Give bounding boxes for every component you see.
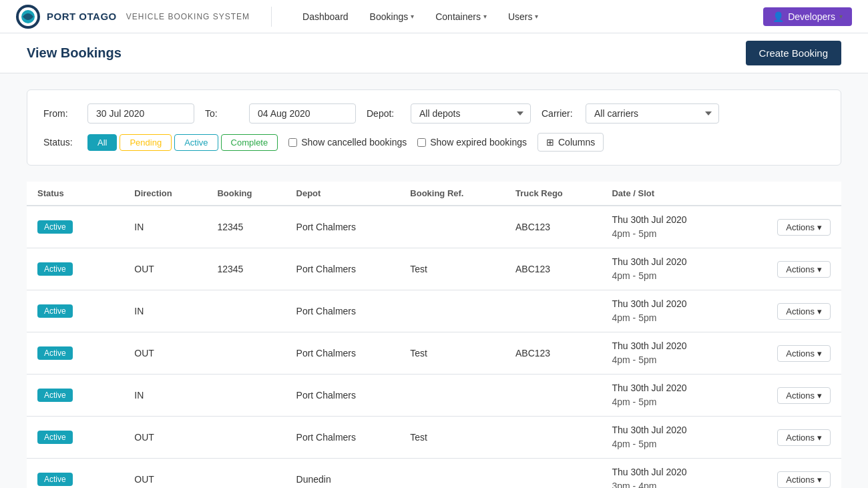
nav-developers[interactable]: 👤 Developers ▾ xyxy=(763,7,852,26)
status-pending-button[interactable]: Pending xyxy=(120,134,172,151)
show-expired-checkbox-label[interactable]: Show expired bookings xyxy=(417,137,527,148)
depot-label: Depot: xyxy=(367,108,400,119)
table-header-row: Status Direction Booking Depot Booking R… xyxy=(27,182,841,206)
table-row: Active OUT Dunedin Thu 30th Jul 2020 3pm… xyxy=(27,459,841,489)
status-group: All Pending Active Complete xyxy=(87,134,278,151)
cell-direction: OUT xyxy=(124,459,206,489)
col-actions xyxy=(736,182,841,206)
cell-direction: OUT xyxy=(124,417,206,459)
show-cancelled-checkbox[interactable] xyxy=(288,138,297,147)
cell-depot: Port Chalmers xyxy=(286,248,400,290)
cell-actions: Actions ▾ xyxy=(736,332,841,375)
table-body: Active IN 12345 Port Chalmers ABC123 Thu… xyxy=(27,206,841,488)
actions-caret-icon: ▾ xyxy=(817,222,822,232)
from-date-input[interactable] xyxy=(87,103,194,124)
brand-logo-link[interactable]: PORT OTAGO VEHICLE BOOKING SYSTEM xyxy=(16,5,250,29)
filter-row-1: From: To: Depot: All depots Port Chalmer… xyxy=(43,103,825,124)
depot-select[interactable]: All depots Port Chalmers Dunedin xyxy=(411,103,531,124)
from-label: From: xyxy=(43,108,77,119)
cell-booking xyxy=(206,459,285,489)
cell-status: Active xyxy=(27,459,124,489)
to-date-input[interactable] xyxy=(249,103,356,124)
table-row: Active OUT Port Chalmers Test Thu 30th J… xyxy=(27,417,841,459)
cell-direction: IN xyxy=(124,206,206,248)
users-caret-icon: ▾ xyxy=(535,13,538,20)
containers-caret-icon: ▾ xyxy=(483,13,487,20)
actions-button[interactable]: Actions ▾ xyxy=(777,387,831,404)
user-icon: 👤 xyxy=(773,11,784,22)
col-date-slot: Date / Slot xyxy=(601,182,736,206)
actions-button[interactable]: Actions ▾ xyxy=(777,471,831,488)
cell-booking-ref xyxy=(399,375,505,417)
table-row: Active IN 12345 Port Chalmers ABC123 Thu… xyxy=(27,206,841,248)
create-booking-button[interactable]: Create Booking xyxy=(746,41,841,65)
cell-date-slot: Thu 30th Jul 2020 4pm - 5pm xyxy=(601,332,736,375)
carrier-select[interactable]: All carriers xyxy=(586,103,719,124)
actions-caret-icon: ▾ xyxy=(817,391,822,401)
nav-dashboard[interactable]: Dashboard xyxy=(293,6,358,27)
nav-users[interactable]: Users ▾ xyxy=(499,6,548,27)
cell-date-slot: Thu 30th Jul 2020 4pm - 5pm xyxy=(601,417,736,459)
nav-links: Dashboard Bookings ▾ Containers ▾ Users … xyxy=(293,6,742,27)
cell-booking-ref xyxy=(399,206,505,248)
columns-grid-icon: ⊞ xyxy=(546,137,554,148)
cell-status: Active xyxy=(27,375,124,417)
columns-button[interactable]: ⊞ Columns xyxy=(537,133,604,152)
actions-button[interactable]: Actions ▾ xyxy=(777,303,831,320)
table-container: Status Direction Booking Depot Booking R… xyxy=(27,182,841,488)
cell-depot: Port Chalmers xyxy=(286,375,400,417)
actions-caret-icon: ▾ xyxy=(817,306,822,316)
table-row: Active OUT Port Chalmers Test ABC123 Thu… xyxy=(27,332,841,375)
cell-booking-ref xyxy=(399,459,505,489)
cell-status: Active xyxy=(27,290,124,332)
actions-button[interactable]: Actions ▾ xyxy=(777,261,831,278)
cell-actions: Actions ▾ xyxy=(736,248,841,290)
status-label: Status: xyxy=(43,137,77,148)
table-row: Active OUT 12345 Port Chalmers Test ABC1… xyxy=(27,248,841,290)
cell-actions: Actions ▾ xyxy=(736,375,841,417)
cell-actions: Actions ▾ xyxy=(736,206,841,248)
col-booking: Booking xyxy=(206,182,285,206)
cell-actions: Actions ▾ xyxy=(736,459,841,489)
filter-row-2: Status: All Pending Active Complete Show… xyxy=(43,133,825,152)
status-badge: Active xyxy=(37,389,73,402)
col-direction: Direction xyxy=(124,182,206,206)
cell-truck-rego xyxy=(505,459,602,489)
cell-booking xyxy=(206,417,285,459)
status-badge: Active xyxy=(37,304,73,318)
cell-date-slot: Thu 30th Jul 2020 4pm - 5pm xyxy=(601,290,736,332)
show-expired-checkbox[interactable] xyxy=(417,138,426,147)
actions-button[interactable]: Actions ▾ xyxy=(777,429,831,446)
cell-direction: IN xyxy=(124,375,206,417)
cell-depot: Dunedin xyxy=(286,459,400,489)
cell-depot: Port Chalmers xyxy=(286,290,400,332)
cell-date-slot: Thu 30th Jul 2020 4pm - 5pm xyxy=(601,206,736,248)
bookings-table: Status Direction Booking Depot Booking R… xyxy=(27,182,841,488)
actions-button[interactable]: Actions ▾ xyxy=(777,219,831,236)
cell-date-slot: Thu 30th Jul 2020 4pm - 5pm xyxy=(601,375,736,417)
to-label: To: xyxy=(205,108,238,119)
brand-system: VEHICLE BOOKING SYSTEM xyxy=(126,12,250,21)
status-all-button[interactable]: All xyxy=(87,134,117,151)
status-badge: Active xyxy=(37,220,73,234)
cell-truck-rego xyxy=(505,290,602,332)
actions-button[interactable]: Actions ▾ xyxy=(777,345,831,362)
cell-booking xyxy=(206,332,285,375)
actions-caret-icon: ▾ xyxy=(817,348,822,358)
nav-containers[interactable]: Containers ▾ xyxy=(426,6,496,27)
status-complete-button[interactable]: Complete xyxy=(221,134,278,151)
page-header: View Bookings Create Booking xyxy=(0,33,868,73)
col-truck-rego: Truck Rego xyxy=(505,182,602,206)
nav-divider xyxy=(271,7,272,27)
status-active-button[interactable]: Active xyxy=(174,134,218,151)
cell-actions: Actions ▾ xyxy=(736,290,841,332)
cell-booking-ref: Test xyxy=(399,417,505,459)
cell-booking-ref: Test xyxy=(399,248,505,290)
carrier-label: Carrier: xyxy=(541,108,575,119)
show-cancelled-checkbox-label[interactable]: Show cancelled bookings xyxy=(288,137,407,148)
port-otago-logo-icon xyxy=(16,5,40,29)
cell-truck-rego: ABC123 xyxy=(505,332,602,375)
nav-bookings[interactable]: Bookings ▾ xyxy=(361,6,424,27)
actions-caret-icon: ▾ xyxy=(817,433,822,443)
cell-booking-ref xyxy=(399,290,505,332)
